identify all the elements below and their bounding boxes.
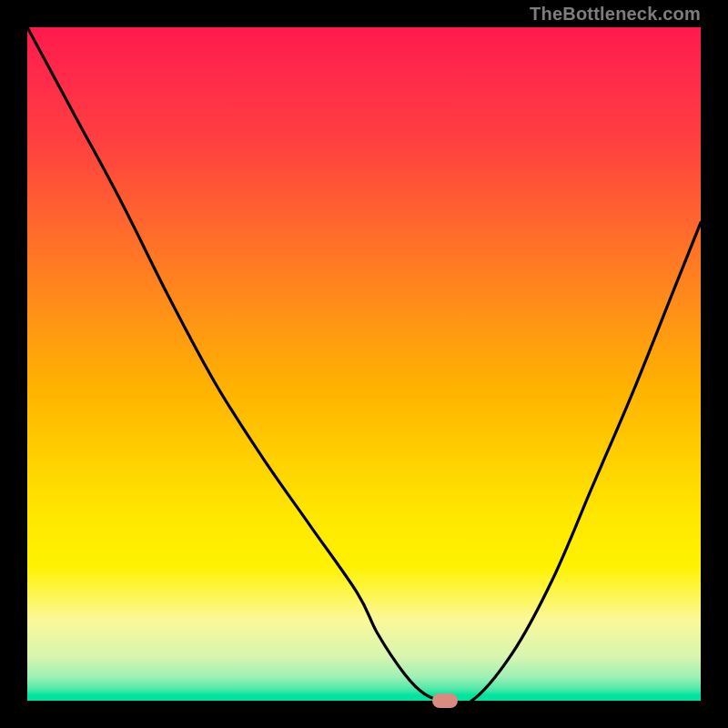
curve-path [27, 27, 701, 701]
plot-area [27, 27, 701, 701]
chart-stage: TheBottleneck.com [0, 0, 728, 728]
watermark-text: TheBottleneck.com [530, 4, 701, 25]
bottleneck-curve [27, 27, 701, 701]
optimum-marker [432, 693, 458, 708]
